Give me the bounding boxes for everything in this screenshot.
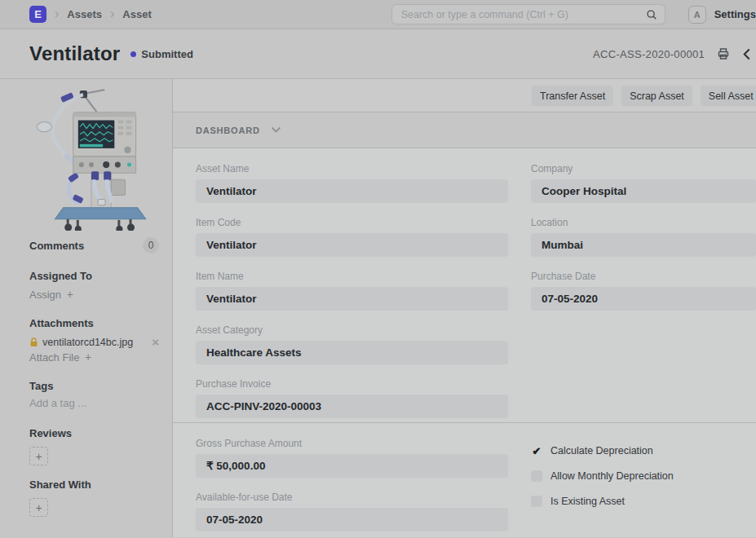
company-input[interactable]: Cooper Hospital <box>531 179 756 203</box>
checkbox-icon: ✔ <box>531 496 542 507</box>
comments-section: Comments 0 <box>29 237 159 254</box>
global-search[interactable] <box>391 4 665 24</box>
check-icon: ✔ <box>533 446 542 456</box>
app-logo-icon[interactable]: E <box>29 6 46 23</box>
field-asset-category: Asset Category Healthcare Assets <box>196 324 508 364</box>
checkbox-label: Is Existing Asset <box>550 496 625 507</box>
transfer-asset-button[interactable]: Transfer Asset <box>532 86 613 106</box>
tags-heading: Tags <box>29 380 159 392</box>
ventilator-image <box>23 82 160 231</box>
allow-monthly-depreciation-checkbox[interactable]: ✔ Allow Monthly Depreciation <box>531 470 756 482</box>
field-label: Purchase Invoice <box>196 378 508 390</box>
attachment-file-link[interactable]: ventilatorcd14bc.jpg <box>42 337 133 348</box>
chevron-right-icon: › <box>110 7 114 20</box>
status-label: Submitted <box>141 48 193 60</box>
remove-attachment-icon[interactable]: × <box>152 336 159 348</box>
field-purchase-date: Purchase Date 07-05-2020 <box>531 271 756 311</box>
plus-icon: + <box>85 351 91 364</box>
field-asset-name: Asset Name Ventilator <box>196 163 508 203</box>
field-location: Location Mumbai <box>531 217 756 257</box>
action-toolbar: Transfer Asset Scrap Asset Sell Asset Ge… <box>173 79 756 112</box>
shared-with-heading: Shared With <box>29 478 159 491</box>
form-sidebar: Comments 0 Assigned To Assign + Attachme… <box>0 79 173 537</box>
navbar: E › Assets › Asset A Settings <box>0 0 756 29</box>
comments-link[interactable]: Comments <box>29 240 84 252</box>
attach-file-button[interactable]: Attach File + <box>29 351 159 364</box>
dashboard-section-toggle[interactable]: DASHBOARD <box>173 112 756 148</box>
field-gross-purchase-amount: Gross Purchase Amount ₹ 50,000.00 <box>196 438 508 478</box>
item-name-input[interactable]: Ventilator <box>196 287 508 311</box>
item-code-input[interactable]: Ventilator <box>196 233 508 257</box>
field-item-code: Item Code Ventilator <box>196 217 508 257</box>
search-icon[interactable] <box>646 9 657 20</box>
is-existing-asset-checkbox[interactable]: ✔ Is Existing Asset <box>531 496 756 507</box>
field-label: Gross Purchase Amount <box>196 438 508 449</box>
chevron-down-icon <box>271 126 281 134</box>
document-id: ACC-ASS-2020-00001 <box>593 48 705 60</box>
field-label: Purchase Date <box>531 271 756 282</box>
lock-icon <box>29 337 38 347</box>
field-item-name: Item Name Ventilator <box>196 271 508 311</box>
search-input[interactable] <box>401 9 646 20</box>
breadcrumb-assets[interactable]: Assets <box>67 8 102 20</box>
location-input[interactable]: Mumbai <box>531 233 756 257</box>
available-for-use-date-input[interactable]: 07-05-2020 <box>196 508 508 531</box>
checkbox-icon: ✔ <box>531 470 542 482</box>
purchase-section: Gross Purchase Amount ₹ 50,000.00 Availa… <box>173 422 756 537</box>
field-label: Location <box>531 217 756 228</box>
add-tag-input[interactable]: Add a tag ... <box>29 397 159 409</box>
attachment-item: ventilatorcd14bc.jpg × <box>29 336 159 348</box>
prev-record-chevron-icon[interactable] <box>742 48 751 60</box>
status-badge: Submitted <box>130 48 193 60</box>
details-section: Asset Name Ventilator Item Code Ventilat… <box>173 148 756 422</box>
share-button[interactable]: + <box>29 498 48 517</box>
field-label: Company <box>531 163 756 174</box>
status-dot-icon <box>130 51 136 57</box>
page-head: Ventilator Submitted ACC-ASS-2020-00001 <box>0 29 756 79</box>
field-label: Available-for-use Date <box>196 492 508 503</box>
settings-menu[interactable]: Settings <box>714 8 756 20</box>
assign-button[interactable]: Assign + <box>29 288 159 301</box>
breadcrumb-asset[interactable]: Asset <box>122 8 151 20</box>
add-review-button[interactable]: + <box>29 447 48 465</box>
checkbox-label: Calculate Depreciation <box>550 445 653 456</box>
comments-count-badge: 0 <box>143 237 159 254</box>
field-label: Asset Name <box>196 163 508 174</box>
reviews-heading: Reviews <box>29 427 159 439</box>
field-company: Company Cooper Hospital <box>531 163 756 203</box>
sell-asset-button[interactable]: Sell Asset <box>701 86 756 106</box>
attachments-heading: Attachments <box>29 317 159 329</box>
purchase-date-input[interactable]: 07-05-2020 <box>531 287 756 311</box>
field-purchase-invoice: Purchase Invoice ACC-PINV-2020-00003 <box>196 378 508 418</box>
purchase-invoice-input[interactable]: ACC-PINV-2020-00003 <box>196 395 508 418</box>
gross-purchase-amount-input[interactable]: ₹ 50,000.00 <box>196 454 508 478</box>
scrap-asset-button[interactable]: Scrap Asset <box>621 86 692 106</box>
assigned-to-heading: Assigned To <box>29 270 159 282</box>
asset-category-input[interactable]: Healthcare Assets <box>196 341 508 364</box>
page-title: Ventilator <box>29 42 120 65</box>
asset-name-input[interactable]: Ventilator <box>196 179 508 203</box>
form-body: Transfer Asset Scrap Asset Sell Asset Ge… <box>173 79 756 537</box>
plus-icon: + <box>67 288 73 301</box>
user-avatar[interactable]: A <box>688 6 706 24</box>
print-icon[interactable] <box>717 47 730 60</box>
checkbox-icon: ✔ <box>531 445 542 456</box>
field-label: Item Name <box>196 271 508 282</box>
field-label: Asset Category <box>196 324 508 336</box>
dashboard-label: DASHBOARD <box>196 126 260 135</box>
calculate-depreciation-checkbox[interactable]: ✔ Calculate Depreciation <box>531 445 756 456</box>
field-label: Item Code <box>196 217 508 228</box>
checkbox-label: Allow Monthly Depreciation <box>550 470 674 482</box>
chevron-right-icon: › <box>55 7 59 20</box>
field-available-for-use-date: Available-for-use Date 07-05-2020 <box>196 492 508 531</box>
